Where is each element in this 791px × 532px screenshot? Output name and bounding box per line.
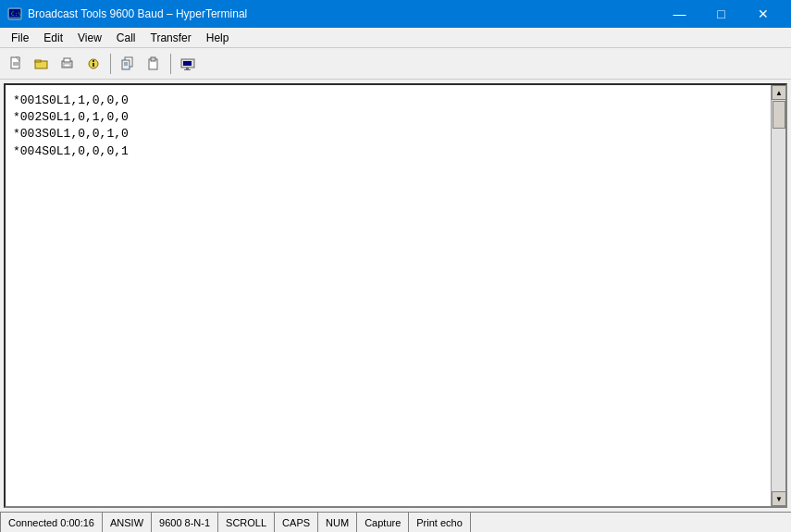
connect-button[interactable]: [176, 52, 200, 76]
main-area: *001S0L1,1,0,0,0 *002S0L1,0,1,0,0 *003S0…: [0, 80, 791, 512]
print-button[interactable]: [56, 52, 80, 76]
scroll-up-arrow[interactable]: ▲: [772, 85, 786, 100]
paste-to-button[interactable]: [142, 52, 166, 76]
svg-rect-10: [64, 58, 70, 62]
maximize-button[interactable]: □: [700, 0, 742, 28]
menu-item-call[interactable]: Call: [109, 28, 143, 47]
svg-rect-11: [64, 64, 70, 67]
properties-button[interactable]: [81, 52, 105, 76]
toolbar-separator: [170, 54, 171, 74]
capture-status: Capture: [357, 513, 409, 532]
echo-status: Print echo: [409, 513, 471, 532]
window-title: Broadcast Tools 9600 Baud – HyperTermina…: [28, 7, 659, 20]
status-bar: Connected 0:00:16ANSIW9600 8-N-1SCROLLCA…: [0, 512, 791, 532]
title-bar: C:\> Broadcast Tools 9600 Baud – HyperTe…: [0, 0, 791, 28]
connection-status: Connected 0:00:16: [0, 513, 103, 532]
scroll-thumb[interactable]: [772, 101, 785, 129]
svg-rect-24: [184, 69, 191, 70]
baud-rate: 9600 8-N-1: [152, 513, 218, 532]
scroll-track[interactable]: [772, 100, 785, 491]
close-button[interactable]: ✕: [742, 0, 784, 28]
svg-rect-20: [151, 57, 155, 61]
menu-bar: FileEditViewCallTransferHelp: [0, 28, 791, 48]
open-button[interactable]: [30, 52, 54, 76]
app-icon: C:\>: [7, 6, 22, 21]
scroll-status: SCROLL: [218, 513, 275, 532]
menu-item-edit[interactable]: Edit: [36, 28, 70, 47]
svg-rect-8: [35, 60, 41, 62]
terminal-container: *001S0L1,1,0,0,0 *002S0L1,0,1,0,0 *003S0…: [4, 83, 787, 508]
menu-item-transfer[interactable]: Transfer: [143, 28, 199, 47]
scroll-down-arrow[interactable]: ▼: [772, 491, 786, 506]
svg-rect-23: [186, 68, 189, 69]
menu-item-file[interactable]: File: [4, 28, 36, 47]
num-status: NUM: [318, 513, 357, 532]
caps-status: CAPS: [275, 513, 318, 532]
svg-text:C:\>: C:\>: [11, 10, 22, 17]
toolbar-separator: [110, 54, 111, 74]
minimize-button[interactable]: —: [659, 0, 700, 28]
encoding: ANSIW: [103, 513, 152, 532]
copy-to-button[interactable]: [116, 52, 140, 76]
menu-item-help[interactable]: Help: [199, 28, 237, 47]
toolbar: [0, 48, 791, 80]
terminal-content[interactable]: *001S0L1,1,0,0,0 *002S0L1,0,1,0,0 *003S0…: [6, 85, 771, 506]
scrollbar[interactable]: ▲ ▼: [771, 85, 785, 506]
window-controls: — □ ✕: [659, 0, 784, 28]
svg-rect-22: [183, 61, 192, 66]
new-button[interactable]: [4, 52, 28, 76]
menu-item-view[interactable]: View: [70, 28, 109, 47]
